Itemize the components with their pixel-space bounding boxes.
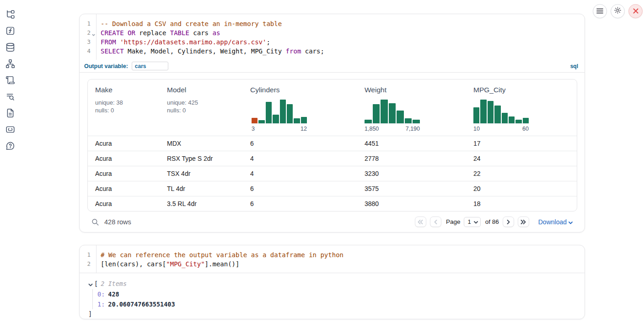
column-name: Cylinders	[250, 85, 365, 95]
code-line: -- Download a CSV and create an in-memor…	[97, 19, 585, 28]
prev-page-button[interactable]	[430, 217, 441, 227]
column-header-make[interactable]: Makeunique: 38nulls: 0	[88, 79, 167, 136]
column-header-mpg_city[interactable]: MPG_City1060	[473, 79, 577, 136]
page-select[interactable]: 1	[464, 217, 480, 227]
histogram-bar	[266, 102, 272, 123]
download-button[interactable]: Download	[538, 218, 573, 226]
sql-code-editor[interactable]: 1234 -- Download a CSV and create an in-…	[80, 14, 585, 60]
table-cell: Acura	[88, 185, 167, 192]
column-name: Model	[167, 85, 250, 95]
table-cell: 20	[473, 185, 577, 192]
tree-open-bracket: [	[94, 280, 98, 287]
dependency-graph-icon[interactable]	[5, 59, 15, 69]
code-line: SELECT Make, Model, Cylinders, Weight, M…	[97, 47, 585, 56]
code-token: Make, Model, Cylinders, Weight, MPG_City	[124, 48, 286, 55]
line-number: 2	[80, 259, 96, 269]
python-cell: 12 # We can reference the output variabl…	[79, 245, 585, 319]
code-line: [len(cars), cars["MPG_City"].mean()]	[97, 259, 585, 269]
python-output: [ 2 Items 0:4281:20.060747663551403 ]	[80, 273, 585, 319]
histogram-bar	[287, 104, 293, 123]
table-row[interactable]: Acura3.5 RL 4dr6388018	[88, 196, 577, 211]
chevron-down-icon[interactable]	[88, 281, 93, 286]
table-row[interactable]: AcuraRSX Type S 2dr4277824	[88, 151, 577, 166]
table-row[interactable]: AcuraMDX6445117	[88, 136, 577, 151]
code-line: # We can reference the output variable a…	[97, 250, 585, 259]
logs-icon[interactable]	[5, 92, 15, 101]
tick-right: 12	[301, 126, 307, 132]
table-cell: Acura	[88, 155, 167, 162]
histogram-bar	[389, 103, 396, 123]
histogram-bar	[480, 100, 486, 123]
output-variable-label: Output variable:	[84, 63, 128, 69]
code-token: SELECT	[101, 48, 124, 55]
table-row[interactable]: AcuraTL 4dr6357520	[88, 181, 577, 196]
column-header-model[interactable]: Modelunique: 425nulls: 0	[167, 79, 250, 136]
histogram-bar	[413, 120, 420, 123]
output-variable-input[interactable]	[132, 62, 168, 70]
result-table: Makeunique: 38nulls: 0Modelunique: 425nu…	[87, 79, 577, 211]
tick-left: 10	[473, 126, 480, 132]
table-row[interactable]: AcuraTSX 4dr4323022	[88, 166, 577, 181]
column-header-weight[interactable]: Weight1,8507,190	[365, 79, 473, 136]
menu-icon	[596, 7, 603, 16]
next-page-button[interactable]	[503, 217, 514, 227]
tree-entry-value: 20.060747663551403	[108, 301, 175, 308]
gear-icon	[614, 6, 622, 16]
python-code-editor[interactable]: 12 # We can reference the output variabl…	[80, 245, 585, 273]
tree-root-row: [ 2 Items	[88, 279, 585, 288]
table-cell: Acura	[88, 140, 167, 147]
documentation-icon[interactable]	[5, 108, 15, 118]
table-cell: 6	[250, 185, 365, 192]
pagination: Page 1 of 86 Download	[415, 217, 573, 227]
file-tree-icon[interactable]	[5, 10, 15, 19]
output-variable-strip: Output variable: sql	[80, 60, 585, 73]
table-cell: 3880	[365, 200, 473, 207]
chevron-down-icon	[569, 218, 573, 226]
menu-button[interactable]	[593, 4, 607, 18]
line-number: 4	[80, 47, 96, 56]
code-token: "MPG_City"	[166, 260, 204, 268]
fold-chevron-icon[interactable]	[91, 31, 96, 35]
tree-children: 0:4281:20.060747663551403	[92, 289, 585, 309]
line-number: 1	[80, 19, 96, 28]
stat-line: nulls: 0	[95, 107, 167, 115]
shutdown-button[interactable]	[628, 4, 643, 18]
scratchpad-icon[interactable]	[5, 75, 15, 85]
code-line: FROM 'https://datasets.marimo.app/cars.c…	[97, 37, 585, 47]
table-cell: 4	[250, 155, 365, 162]
column-name: Weight	[365, 85, 473, 95]
sql-code-lines[interactable]: -- Download a CSV and create an in-memor…	[97, 14, 585, 60]
code-token: from	[286, 48, 301, 55]
histogram-bar	[488, 101, 494, 123]
histogram-bar	[373, 104, 380, 123]
datasources-icon[interactable]	[5, 42, 15, 52]
download-label: Download	[538, 218, 567, 226]
table-cell: 18	[473, 200, 577, 207]
chevron-left-icon	[434, 218, 437, 226]
table-header-row: Makeunique: 38nulls: 0Modelunique: 425nu…	[88, 79, 577, 136]
histogram-bars	[252, 100, 307, 124]
table-cell: TL 4dr	[167, 185, 250, 192]
code-token: CREATE	[101, 29, 124, 37]
snippets-icon[interactable]	[5, 125, 15, 134]
python-code-lines[interactable]: # We can reference the output variable a…	[97, 245, 585, 273]
functions-icon[interactable]	[5, 26, 15, 36]
settings-button[interactable]	[611, 4, 625, 18]
column-histogram: 1,8507,190	[365, 100, 420, 132]
histogram-bar	[494, 106, 500, 123]
help-icon[interactable]	[5, 141, 15, 151]
code-token: # We can reference the output variable a…	[101, 251, 343, 259]
search-icon[interactable]	[91, 218, 99, 226]
code-line: CREATE OR replace TABLE cars as	[97, 28, 585, 37]
table-cell: Acura	[88, 200, 167, 207]
last-page-button[interactable]	[518, 217, 529, 227]
notebook-main: 1234 -- Download a CSV and create an in-…	[79, 14, 585, 319]
language-badge[interactable]: sql	[570, 63, 578, 69]
table-cell: 3575	[365, 185, 473, 192]
code-token: FROM	[101, 38, 116, 46]
first-page-button[interactable]	[415, 217, 426, 227]
close-icon	[633, 7, 639, 16]
tree-entry: 1:20.060747663551403	[97, 299, 585, 309]
column-header-cylinders[interactable]: Cylinders312	[250, 79, 365, 136]
code-token: ].mean()]	[205, 260, 240, 268]
